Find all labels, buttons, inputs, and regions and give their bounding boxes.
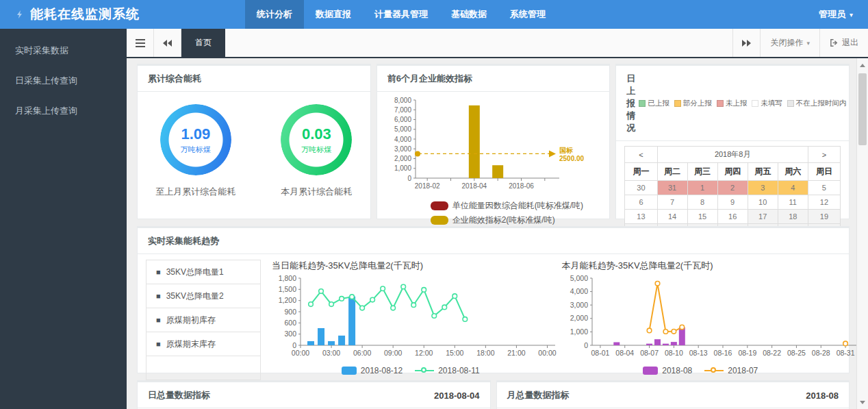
calendar-day-cell[interactable]: 1 [687, 181, 717, 195]
chart-title: 当日能耗趋势-35KV总降电量2(千瓦时) [272, 260, 551, 272]
status-swatch-icon [717, 100, 724, 107]
legend-item[interactable]: 2018-08-11 [415, 366, 480, 375]
calendar-day-cell[interactable]: 19 [808, 210, 840, 224]
legend-item[interactable]: 企业能效指标2(吨标准煤/吨) [431, 214, 555, 226]
calendar-prev-button[interactable]: < [625, 147, 657, 163]
calendar-day-cell[interactable]: 15 [687, 210, 717, 224]
svg-text:1,500: 1,500 [279, 285, 296, 293]
calendar-day-cell[interactable]: 9 [717, 195, 748, 210]
calendar-day-cell[interactable]: 17 [748, 210, 778, 224]
logout-icon [830, 38, 839, 47]
tabs-scroll-left-button[interactable] [154, 29, 181, 57]
svg-text:4,000: 4,000 [570, 287, 587, 295]
calendar-day-cell[interactable]: 7 [657, 195, 687, 210]
calendar-day-cell[interactable]: 11 [778, 195, 808, 210]
vertical-scrollbar[interactable] [856, 58, 868, 409]
calendar-day-cell[interactable]: 5 [808, 181, 840, 195]
calendar-day-cell[interactable]: 18 [778, 210, 808, 224]
tab-home[interactable]: 首页 [181, 29, 225, 57]
bar-swatch-icon [431, 216, 448, 225]
legend-item[interactable]: 2018-08-12 [342, 366, 403, 375]
svg-text:08-31: 08-31 [836, 349, 854, 357]
legend-item[interactable]: 2018-08 [643, 366, 692, 375]
svg-text:5,000: 5,000 [394, 125, 411, 133]
panel-title: 实时采集能耗趋势 [148, 235, 219, 247]
tabs-scroll-right-button[interactable] [732, 29, 760, 57]
svg-text:08-25: 08-25 [787, 349, 806, 357]
calendar-day-cell[interactable]: 14 [657, 210, 687, 224]
status-label: 不在上报时间内 [796, 99, 847, 108]
svg-text:08-28: 08-28 [811, 349, 830, 357]
daily-trend-legend: 2018-08-122018-08-11 [270, 366, 551, 375]
svg-text:2018-02: 2018-02 [414, 182, 439, 190]
legend-item[interactable]: 2018-07 [704, 366, 758, 375]
status-label: 已上报 [648, 99, 669, 108]
monthly-trend-chart-block: 本月能耗趋势-35KV总降电量2(千瓦时) 01,0002,0003,0004,… [561, 260, 841, 380]
calendar-week-row: 6789101112 [625, 195, 841, 210]
panel-title: 前6个月企业能效指标 [387, 73, 472, 85]
user-menu[interactable]: 管理员 ▾ [804, 0, 868, 29]
calendar-day-cell[interactable]: 6 [625, 195, 657, 210]
square-bullet-icon: ■ [156, 292, 161, 300]
svg-text:09:00: 09:00 [384, 349, 402, 357]
svg-text:08-16: 08-16 [713, 349, 732, 357]
logo-icon [15, 10, 25, 19]
svg-text:6,000: 6,000 [394, 116, 411, 123]
svg-text:08-13: 08-13 [689, 349, 707, 357]
metric-item-coal-closing-stock[interactable]: ■原煤期末库存 [146, 332, 260, 356]
svg-text:600: 600 [284, 319, 296, 327]
svg-text:0: 0 [407, 175, 411, 182]
sidebar-item-monthly-upload-query[interactable]: 月采集上传查询 [0, 96, 127, 126]
metric-label: 35KV总降电量1 [166, 267, 224, 278]
metric-item-35kv-1[interactable]: ■35KV总降电量1 [146, 260, 260, 284]
page-title: 能耗在线监测系统 [30, 5, 140, 23]
efficiency-chart-legend: 单位能量因数综合能耗(吨标准煤/吨)企业能效指标2(吨标准煤/吨) [383, 200, 604, 226]
status-swatch-icon [639, 100, 646, 107]
bar-swatch-icon [643, 367, 658, 375]
calendar-day-cell[interactable]: 3 [748, 181, 778, 195]
calendar-day-cell[interactable]: 4 [778, 181, 808, 195]
calendar-weekday: 周六 [778, 163, 808, 181]
daily-trend-chart: 03006009001,2001,5001,80000:0003:0006:00… [270, 273, 551, 363]
metric-item-coal-opening-stock[interactable]: ■原煤期初库存 [146, 308, 260, 332]
scroll-down-arrow-icon[interactable] [857, 397, 868, 408]
calendar-day-cell[interactable]: 2 [717, 181, 748, 195]
metric-item-35kv-2[interactable]: ■35KV总降电量2 [146, 284, 260, 308]
svg-text:0: 0 [292, 341, 296, 349]
svg-text:900: 900 [284, 308, 296, 316]
sidebar: 实时采集数据 日采集上传查询 月采集上传查询 [0, 29, 127, 409]
svg-text:1,200: 1,200 [279, 296, 296, 304]
monthly-trend-legend: 2018-082018-07 [561, 366, 841, 375]
double-right-arrow-icon [742, 40, 751, 47]
calendar-day-cell[interactable]: 13 [625, 210, 657, 224]
svg-text:0: 0 [584, 341, 588, 349]
calendar-day-cell[interactable]: 10 [748, 195, 778, 210]
menu-toggle-button[interactable] [127, 29, 154, 57]
nav-item-basic-data[interactable]: 基础数据 [439, 0, 498, 29]
svg-text:1,000: 1,000 [394, 164, 411, 172]
calendar-day-cell[interactable]: 16 [717, 210, 748, 224]
svg-text:15:00: 15:00 [446, 349, 463, 357]
calendar-day-cell[interactable]: 12 [808, 195, 840, 210]
calendar-day-cell[interactable]: 8 [687, 195, 717, 210]
nav-item-direct-report[interactable]: 数据直报 [304, 0, 363, 29]
legend-item[interactable]: 单位能量因数综合能耗(吨标准煤/吨) [431, 200, 583, 212]
status-swatch-icon [752, 100, 758, 107]
calendar-day-cell[interactable]: 30 [625, 181, 657, 195]
panel-daily-report-status: 日上报情况 已上报部分上报未上报未填写不在上报时间内 < 2018年8月 > [615, 64, 850, 219]
nav-item-system-mgmt[interactable]: 系统管理 [498, 0, 557, 29]
calendar-next-button[interactable]: > [808, 147, 840, 163]
donut-caption: 至上月累计综合能耗 [155, 186, 235, 198]
nav-item-stats[interactable]: 统计分析 [245, 0, 304, 29]
user-name: 管理员 [819, 8, 845, 21]
svg-text:2018-06: 2018-06 [509, 182, 534, 190]
calendar-day-cell[interactable]: 31 [657, 181, 687, 195]
close-operations-dropdown[interactable]: 关闭操作 ▾ [760, 29, 819, 57]
nav-item-meter-mgmt[interactable]: 计量器具管理 [363, 0, 439, 29]
scrollbar-thumb[interactable] [858, 73, 867, 145]
sidebar-item-daily-upload-query[interactable]: 日采集上传查询 [0, 66, 127, 96]
logout-button[interactable]: 退出 [819, 29, 868, 57]
donut-caption: 本月累计综合能耗 [281, 186, 352, 198]
sidebar-item-realtime-data[interactable]: 实时采集数据 [0, 36, 127, 66]
scroll-up-arrow-icon[interactable] [857, 60, 868, 71]
